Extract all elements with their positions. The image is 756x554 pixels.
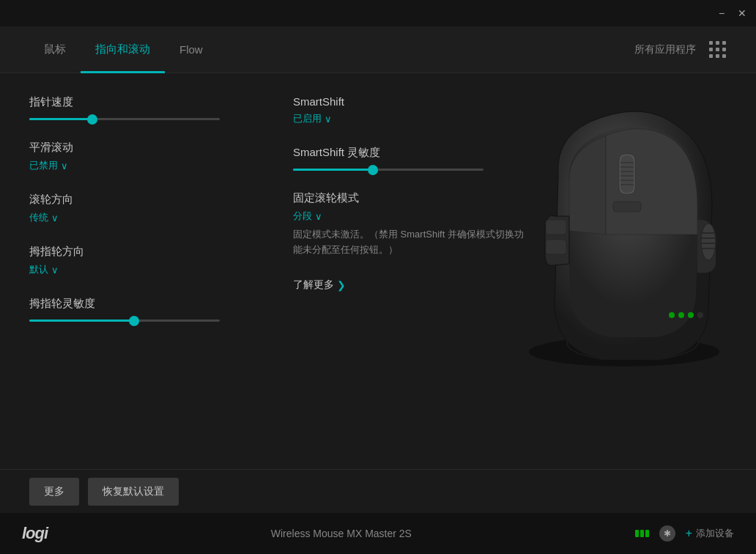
fixed-scroll-mode-value: 分段	[293, 210, 312, 223]
scroll-direction-value: 传统	[29, 211, 48, 224]
thumb-wheel-sensitivity-setting: 拇指轮灵敏度	[29, 297, 264, 322]
svg-rect-16	[613, 202, 641, 212]
grid-dot	[716, 41, 719, 45]
tab-flow[interactable]: Flow	[165, 26, 218, 73]
tab-bar: 鼠标 指向和滚动 Flow 所有应用程序	[0, 26, 756, 73]
smartshift-sensitivity-fill	[293, 169, 373, 171]
svg-point-17	[669, 312, 675, 318]
smooth-scroll-label: 平滑滚动	[29, 141, 264, 155]
smartshift-status: 已启用	[293, 112, 322, 125]
footer: logi Wireless Mouse MX Master 2S ✱ + 添加设…	[0, 513, 756, 554]
scroll-direction-setting: 滚轮方向 传统 ∨	[29, 193, 264, 224]
pointer-speed-setting: 指针速度	[29, 95, 264, 120]
right-panel: SmartShift 已启用 ∨ SmartShift 灵敏度 固定滚轮模式 分…	[264, 95, 727, 454]
battery-bar-1	[635, 530, 639, 537]
grid-dot	[709, 54, 713, 58]
main-content: 指针速度 平滑滚动 已禁用 ∨ 滚轮方向 传统 ∨ 拇指轮方向	[0, 73, 756, 469]
logi-logo: logi	[22, 524, 48, 543]
left-panel: 指针速度 平滑滚动 已禁用 ∨ 滚轮方向 传统 ∨ 拇指轮方向	[29, 95, 264, 454]
smartshift-arrow: ∨	[325, 114, 332, 125]
thumb-wheel-direction-dropdown[interactable]: 默认 ∨	[29, 263, 264, 276]
all-apps-label[interactable]: 所有应用程序	[634, 43, 696, 56]
thumb-wheel-direction-setting: 拇指轮方向 默认 ∨	[29, 245, 264, 276]
pointer-speed-label: 指针速度	[29, 95, 264, 109]
smooth-scroll-arrow: ∨	[61, 160, 68, 171]
thumb-wheel-sensitivity-slider[interactable]	[29, 320, 220, 322]
smooth-scroll-setting: 平滑滚动 已禁用 ∨	[29, 141, 264, 172]
learn-more-arrow: ❯	[337, 279, 346, 291]
thumb-wheel-direction-label: 拇指轮方向	[29, 245, 264, 259]
grid-dot	[709, 48, 713, 51]
reset-button[interactable]: 恢复默认设置	[88, 478, 179, 506]
grid-dot	[716, 54, 719, 58]
grid-dot	[722, 41, 726, 45]
fixed-scroll-mode-arrow: ∨	[315, 211, 322, 222]
apps-grid-icon[interactable]	[709, 41, 727, 59]
svg-rect-10	[546, 240, 566, 254]
thumb-wheel-sensitivity-label: 拇指轮灵敏度	[29, 297, 264, 311]
title-bar: − ✕	[0, 0, 756, 26]
smartshift-sensitivity-slider[interactable]	[293, 169, 483, 171]
battery-bar-2	[640, 530, 644, 537]
svg-point-18	[678, 312, 684, 318]
grid-dot	[716, 48, 719, 51]
pointer-speed-thumb[interactable]	[87, 114, 97, 125]
add-device-button[interactable]: + 添加设备	[686, 527, 734, 540]
pointer-speed-slider[interactable]	[29, 118, 220, 120]
pointer-speed-fill	[29, 118, 92, 120]
svg-rect-2	[620, 155, 634, 193]
add-device-icon: +	[686, 527, 692, 540]
more-button[interactable]: 更多	[29, 478, 79, 506]
tab-pointing[interactable]: 指向和滚动	[81, 26, 165, 73]
svg-point-20	[697, 312, 703, 318]
tab-right-area: 所有应用程序	[634, 41, 727, 59]
action-bar: 更多 恢复默认设置	[0, 469, 756, 513]
scroll-direction-dropdown[interactable]: 传统 ∨	[29, 211, 264, 224]
scroll-direction-arrow: ∨	[51, 213, 59, 224]
smooth-scroll-status: 已禁用	[29, 159, 58, 172]
close-button[interactable]: ✕	[735, 7, 749, 20]
battery-icon	[635, 530, 649, 537]
battery-bars	[635, 530, 649, 537]
add-device-label: 添加设备	[696, 527, 734, 540]
svg-rect-9	[546, 220, 566, 234]
svg-point-11	[701, 224, 716, 260]
mouse-image	[485, 88, 749, 381]
smartshift-sensitivity-thumb[interactable]	[368, 165, 378, 175]
thumb-wheel-sensitivity-fill	[29, 320, 134, 322]
thumb-wheel-sensitivity-thumb[interactable]	[129, 316, 139, 326]
thumb-wheel-direction-value: 默认	[29, 263, 48, 276]
smooth-scroll-dropdown[interactable]: 已禁用 ∨	[29, 159, 264, 172]
scroll-direction-label: 滚轮方向	[29, 193, 264, 207]
learn-more-text: 了解更多	[293, 278, 334, 292]
svg-point-19	[688, 312, 694, 318]
battery-bar-3	[645, 530, 649, 537]
minimize-button[interactable]: −	[715, 7, 728, 20]
tab-mouse[interactable]: 鼠标	[29, 26, 81, 73]
settings-button[interactable]: ✱	[659, 525, 675, 542]
device-name: Wireless Mouse MX Master 2S	[48, 528, 635, 539]
thumb-wheel-direction-arrow: ∨	[51, 265, 59, 276]
grid-dot	[709, 41, 713, 45]
footer-right: ✱ + 添加设备	[635, 525, 734, 542]
grid-dot	[722, 48, 726, 51]
grid-dot	[722, 54, 726, 58]
